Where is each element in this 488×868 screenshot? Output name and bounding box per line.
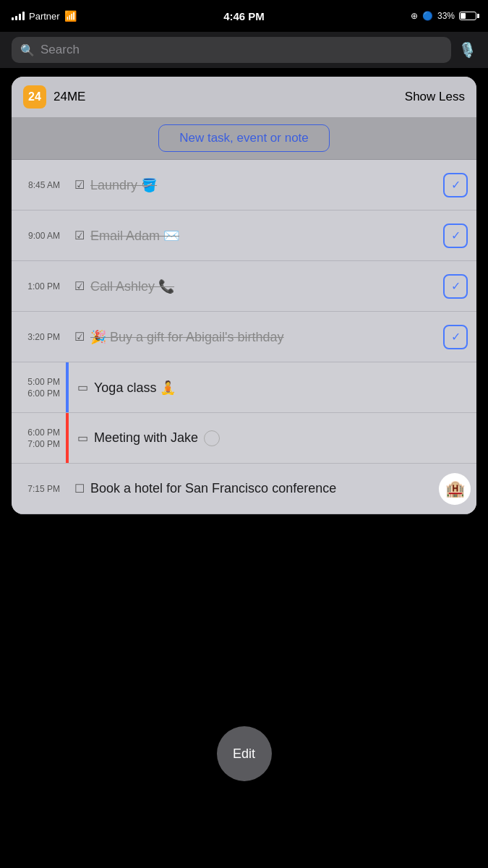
task-time-email-adam: 9:00 AM: [12, 210, 66, 260]
battery-icon: [459, 12, 476, 20]
action-btn-call-ashley[interactable]: ✓: [443, 274, 468, 299]
task-text-email-adam: Email Adam ✉️: [90, 228, 179, 244]
signal-bar-2: [15, 16, 17, 20]
task-content-call-ashley: ☑ Call Ashley 📞: [66, 268, 443, 305]
task-item-meeting-jake[interactable]: 6:00 PM 7:00 PM ▭ Meeting with Jake: [12, 413, 476, 464]
task-time-call-ashley: 1:00 PM: [12, 261, 66, 311]
status-right: ⊕ 🔵 33%: [411, 11, 476, 21]
task-time-hotel-sf: 7:15 PM: [12, 464, 66, 514]
task-text-laundry: Laundry 🪣: [90, 177, 157, 193]
edit-button-container: Edit: [217, 726, 272, 781]
task-content-email-adam: ☑ Email Adam ✉️: [66, 218, 443, 254]
new-task-button[interactable]: New task, event or note: [158, 124, 330, 152]
battery-fill: [461, 13, 466, 19]
location-icon: ⊕: [411, 11, 418, 21]
app-icon: 24: [23, 85, 46, 109]
action-btn-laundry[interactable]: ✓: [443, 173, 468, 197]
status-bar: Partner 📶 4:46 PM ⊕ 🔵 33%: [0, 0, 488, 32]
bluetooth-icon: 🔵: [422, 11, 433, 21]
task-text-call-ashley: Call Ashley 📞: [90, 278, 174, 294]
task-text-hotel-sf: Book a hotel for San Francisco conferenc…: [90, 481, 336, 496]
task-time-laundry: 8:45 AM: [12, 160, 66, 210]
meeting-circle-icon: [204, 430, 220, 446]
checkbox-email-adam[interactable]: ☑: [74, 229, 85, 242]
search-placeholder: Search: [40, 43, 80, 57]
show-less-button[interactable]: Show Less: [405, 90, 465, 104]
search-icon: 🔍: [20, 43, 35, 57]
signal-bar-1: [12, 17, 14, 20]
signal-bar-3: [19, 14, 21, 20]
task-text-meeting-jake: Meeting with Jake: [94, 430, 198, 446]
wifi-icon: 📶: [64, 10, 77, 22]
battery-percent: 33%: [437, 11, 455, 21]
task-item-laundry[interactable]: 8:45 AM ☑ Laundry 🪣 ✓: [12, 160, 476, 210]
task-item-hotel-sf[interactable]: 7:15 PM ☐ Book a hotel for San Francisco…: [12, 464, 476, 514]
status-time: 4:46 PM: [223, 10, 265, 22]
task-item-email-adam[interactable]: 9:00 AM ☑ Email Adam ✉️ ✓: [12, 210, 476, 261]
status-left: Partner 📶: [12, 10, 77, 22]
checkbox-birthday-gift[interactable]: ☑: [74, 330, 85, 344]
edit-button[interactable]: Edit: [217, 726, 272, 781]
widget-header: 24 24ME Show Less: [12, 77, 476, 117]
widget-container: 24 24ME Show Less New task, event or not…: [12, 77, 476, 514]
search-bar[interactable]: 🔍 Search 🎙️: [0, 32, 488, 68]
task-content-yoga: ▭ Yoga class 🧘: [69, 370, 476, 406]
task-text-birthday-gift: 🎉 Buy a gift for Abigail's birthday: [90, 329, 284, 345]
task-time-meeting-jake: 6:00 PM 7:00 PM: [12, 413, 66, 463]
task-content-birthday-gift: ☑ 🎉 Buy a gift for Abigail's birthday: [66, 319, 443, 355]
task-time-yoga-class: 5:00 PM 6:00 PM: [12, 362, 66, 412]
task-content-meeting-jake: ▭ Meeting with Jake: [69, 420, 476, 456]
calendar-icon-meeting: ▭: [77, 431, 88, 445]
task-item-birthday-gift[interactable]: 3:20 PM ☑ 🎉 Buy a gift for Abigail's bir…: [12, 312, 476, 362]
action-btn-birthday-gift[interactable]: ✓: [443, 325, 468, 349]
action-btn-email-adam[interactable]: ✓: [443, 224, 468, 248]
task-content-laundry: ☑ Laundry 🪣: [66, 167, 443, 203]
hotel-badge: 🏨: [439, 473, 471, 505]
new-task-section: New task, event or note: [12, 117, 476, 159]
search-input-wrapper[interactable]: 🔍 Search: [12, 37, 451, 63]
widget-header-left: 24 24ME: [23, 85, 85, 109]
task-text-yoga-class: Yoga class 🧘: [94, 380, 176, 396]
checkbox-laundry[interactable]: ☑: [74, 178, 85, 192]
checkbox-hotel-sf[interactable]: ☐: [74, 482, 85, 495]
checkbox-call-ashley[interactable]: ☑: [74, 279, 85, 293]
mic-icon[interactable]: 🎙️: [458, 41, 476, 59]
carrier-label: Partner: [29, 11, 60, 22]
signal-bars: [12, 12, 25, 20]
task-item-yoga-class[interactable]: 5:00 PM 6:00 PM ▭ Yoga class 🧘: [12, 362, 476, 413]
task-time-birthday-gift: 3:20 PM: [12, 312, 66, 362]
signal-bar-4: [22, 12, 25, 20]
task-item-call-ashley[interactable]: 1:00 PM ☑ Call Ashley 📞 ✓: [12, 261, 476, 312]
task-content-hotel-sf: ☐ Book a hotel for San Francisco confere…: [66, 471, 439, 506]
app-name: 24ME: [53, 90, 85, 104]
calendar-icon-yoga: ▭: [77, 380, 88, 394]
